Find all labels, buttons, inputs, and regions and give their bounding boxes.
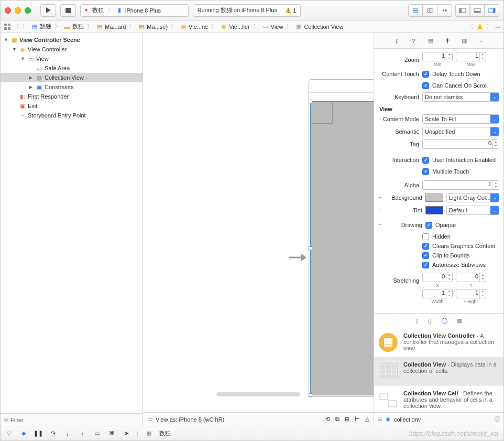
identity-inspector-tab[interactable]: ▤: [426, 36, 435, 46]
stop-button[interactable]: [60, 4, 76, 17]
canvas-horizontal-scrollbar[interactable]: [216, 392, 300, 396]
code-snippet-tab[interactable]: {}: [428, 318, 432, 324]
back-button[interactable]: 〈: [12, 23, 20, 30]
zoom-fit-icon[interactable]: ⟲: [325, 416, 330, 423]
object-library-tab[interactable]: ◯: [441, 317, 447, 324]
opaque-checkbox[interactable]: [425, 222, 432, 229]
cancel-scroll-checkbox[interactable]: [422, 82, 429, 89]
path-seg-3[interactable]: ▤Ma...se): [137, 23, 169, 30]
library-items[interactable]: Collection View Controller - A controlle…: [374, 328, 503, 412]
media-library-tab[interactable]: ▦: [457, 317, 462, 324]
warning-badge[interactable]: ! 1: [285, 7, 296, 14]
outline-filter-input[interactable]: [10, 417, 139, 423]
scene-header[interactable]: ▼▣ View Controller Scene: [1, 35, 143, 45]
path-seg-4[interactable]: ▣Vie...ne: [179, 23, 209, 30]
outline-row[interactable]: ▣Exit: [1, 101, 143, 111]
tint-swatch[interactable]: [425, 206, 443, 214]
zoom-window-button[interactable]: [25, 7, 31, 14]
semantic-select[interactable]: Unspecified⌄: [422, 127, 499, 136]
step-out-icon[interactable]: ↑: [78, 431, 86, 437]
view-debug-icon[interactable]: ▭: [93, 430, 101, 437]
close-window-button[interactable]: [5, 7, 11, 14]
embed-icon[interactable]: ⧉: [335, 416, 339, 423]
help-inspector-tab[interactable]: ?: [409, 36, 419, 46]
file-inspector-tab[interactable]: ▯: [392, 36, 402, 46]
library-filter-input[interactable]: [394, 416, 491, 423]
issue-next-button[interactable]: 〉: [485, 23, 493, 30]
autoresize-checkbox[interactable]: [422, 262, 429, 268]
process-name[interactable]: 数独: [159, 429, 171, 437]
clears-gc-checkbox[interactable]: [422, 243, 429, 250]
device-config-icon[interactable]: ▭: [147, 416, 152, 423]
resolve-icon[interactable]: △: [365, 416, 369, 423]
keyboard-select[interactable]: Do not dismiss⌄: [422, 92, 499, 102]
step-in-icon[interactable]: ↓: [63, 431, 72, 437]
scene-card[interactable]: [309, 79, 374, 397]
file-template-tab[interactable]: ▯: [415, 317, 419, 324]
clip-bounds-checkbox[interactable]: [422, 252, 429, 259]
outline-row[interactable]: ▶▦Collection View: [1, 73, 143, 82]
step-over-icon[interactable]: ↷: [49, 430, 57, 437]
minimize-window-button[interactable]: [15, 7, 21, 14]
path-seg-1[interactable]: ▬数独: [62, 23, 85, 30]
delay-touch-checkbox[interactable]: [422, 71, 429, 78]
location-icon[interactable]: ➤: [122, 430, 130, 437]
pin-icon[interactable]: ⊢: [355, 416, 360, 423]
issue-prev-button[interactable]: 〈: [467, 23, 475, 30]
add-drawing-button[interactable]: +: [378, 221, 384, 229]
stretch-y-field[interactable]: 0▴▾: [456, 273, 486, 282]
outline-row[interactable]: ◧First Responder: [1, 92, 143, 101]
path-seg-6[interactable]: ▭View: [261, 23, 284, 30]
library-view-icon[interactable]: ☰: [377, 416, 382, 423]
hidden-checkbox[interactable]: [422, 233, 429, 240]
collection-cell-outline[interactable]: [311, 102, 333, 124]
outline-row[interactable]: ▶▣Constraints: [1, 82, 143, 92]
multiple-touch-checkbox[interactable]: [422, 168, 429, 175]
standard-editor-button[interactable]: [408, 4, 423, 17]
background-swatch[interactable]: [425, 193, 443, 202]
run-button[interactable]: [40, 4, 56, 17]
library-item[interactable]: Collection View Controller - A controlle…: [374, 328, 503, 357]
add-background-button[interactable]: +: [378, 194, 384, 201]
clear-filter-button[interactable]: ⓧ: [495, 415, 500, 423]
toggle-navigator-button[interactable]: [455, 4, 470, 17]
outline-row[interactable]: →Storyboard Entry Point: [1, 111, 143, 120]
stretch-h-field[interactable]: 1▴▾: [456, 289, 486, 298]
collection-view-canvas[interactable]: [310, 101, 374, 395]
path-seg-5[interactable]: ◉Vie...ller: [219, 23, 251, 30]
path-seg-2[interactable]: ▤Ma...ard: [95, 23, 127, 30]
scheme-status-bar[interactable]: ▾ 数独 〉 ▮ iPhone 8 Plus: [80, 4, 189, 17]
outline-row[interactable]: ▼◉View Controller: [1, 45, 143, 54]
align-icon[interactable]: ⊟: [345, 416, 349, 423]
library-item[interactable]: Collection View Cell - Defines the attri…: [374, 386, 503, 412]
background-select[interactable]: Light Gray Col...⌄: [446, 193, 499, 202]
content-mode-select[interactable]: Scale To Fill⌄: [422, 114, 499, 124]
path-seg-7[interactable]: ▦Collection View: [294, 23, 344, 30]
memory-graph-icon[interactable]: ⌘: [107, 430, 116, 437]
alpha-field[interactable]: 1▴▾: [422, 180, 499, 190]
outline-row[interactable]: ▼▭View: [1, 54, 143, 63]
toggle-inspector-button[interactable]: [485, 4, 499, 17]
add-tint-button[interactable]: +: [378, 207, 384, 214]
hide-debug-icon[interactable]: ▽: [5, 430, 13, 437]
scene-header-bar[interactable]: [309, 80, 374, 92]
scene-body[interactable]: [309, 92, 374, 396]
stretch-x-field[interactable]: 0▴▾: [422, 273, 453, 282]
outline-toggle-icon[interactable]: ▭: [495, 23, 500, 30]
assistant-editor-button[interactable]: [423, 4, 437, 17]
toggle-debug-button[interactable]: [470, 4, 485, 17]
outline-tree[interactable]: ▼▣ View Controller Scene ▼◉View Controll…: [1, 33, 143, 413]
size-inspector-tab[interactable]: ▥: [459, 36, 469, 46]
tag-field[interactable]: 0▴▾: [422, 139, 499, 149]
library-item[interactable]: Collection View - Displays data in a col…: [374, 357, 503, 386]
tint-select[interactable]: Default⌄: [446, 206, 499, 215]
version-editor-button[interactable]: [437, 4, 452, 17]
forward-button[interactable]: 〉: [21, 23, 29, 30]
related-items-icon[interactable]: [4, 23, 11, 30]
zoom-max-field[interactable]: 1▴▾: [456, 52, 486, 61]
view-as-label[interactable]: View as: iPhone 8 (wC hR): [156, 416, 224, 423]
stretch-w-field[interactable]: 1▴▾: [422, 289, 453, 298]
jump-bar[interactable]: 〈 〉 ▤数独〉 ▬数独〉 ▤Ma...ard〉 ▤Ma...se)〉 ▣Vie…: [1, 20, 503, 33]
breakpoint-icon[interactable]: ◆: [19, 430, 28, 437]
canvas[interactable]: [143, 33, 374, 412]
